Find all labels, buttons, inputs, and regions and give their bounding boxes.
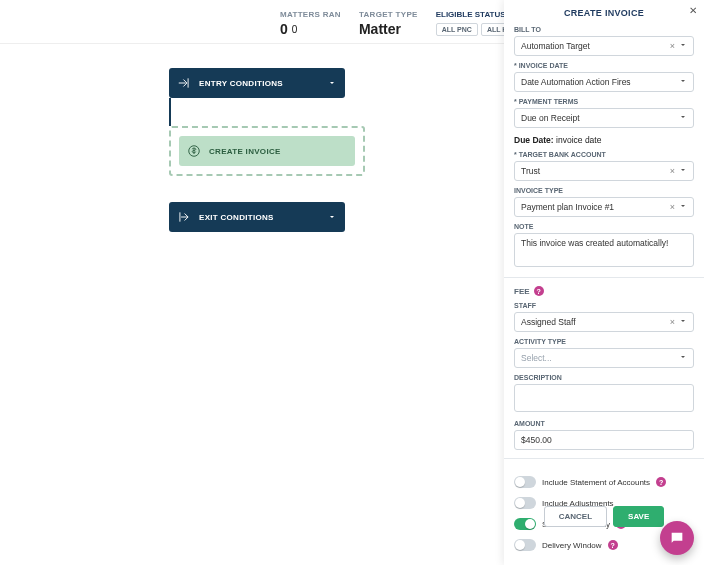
help-icon[interactable]: ? xyxy=(656,477,666,487)
exit-conditions-label: EXIT CONDITIONS xyxy=(199,213,319,222)
create-invoice-label: CREATE INVOICE xyxy=(209,147,355,156)
cancel-button[interactable]: CANCEL xyxy=(544,506,607,527)
invoice-date-select[interactable]: Date Automation Action Fires xyxy=(514,72,694,92)
gap xyxy=(169,176,365,202)
fee-label: FEE xyxy=(514,287,530,296)
chevron-down-icon xyxy=(679,166,687,176)
invoice-date-label: * INVOICE DATE xyxy=(514,62,694,69)
payment-terms-label: * PAYMENT TERMS xyxy=(514,98,694,105)
chevron-down-icon xyxy=(679,113,687,123)
clear-icon[interactable]: × xyxy=(670,202,675,212)
bill-to-label: BILL TO xyxy=(514,26,694,33)
clear-icon[interactable]: × xyxy=(670,41,675,51)
note-label: NOTE xyxy=(514,223,694,230)
entry-conditions-label: ENTRY CONDITIONS xyxy=(199,79,319,88)
amount-label: AMOUNT xyxy=(514,420,694,427)
create-invoice-node[interactable]: CREATE INVOICE xyxy=(179,136,355,166)
exit-conditions-node[interactable]: EXIT CONDITIONS xyxy=(169,202,345,232)
invoice-type-select[interactable]: Payment plan Invoice #1× xyxy=(514,197,694,217)
target-type-label: TARGET TYPE xyxy=(359,10,418,19)
status-tag: ALL PNC xyxy=(436,23,478,36)
close-icon[interactable]: ✕ xyxy=(689,5,697,16)
chevron-down-icon xyxy=(679,353,687,363)
help-icon[interactable]: ? xyxy=(608,540,618,550)
invoice-icon xyxy=(179,144,209,158)
description-textarea[interactable] xyxy=(514,384,694,412)
panel-title: CREATE INVOICE xyxy=(514,8,694,18)
entry-conditions-node[interactable]: ENTRY CONDITIONS xyxy=(169,68,345,98)
chevron-down-icon xyxy=(679,41,687,51)
target-bank-select[interactable]: Trust× xyxy=(514,161,694,181)
target-type: TARGET TYPE Matter xyxy=(359,10,418,37)
activity-type-label: ACTIVITY TYPE xyxy=(514,338,694,345)
help-fab[interactable] xyxy=(660,521,694,555)
note-textarea[interactable] xyxy=(514,233,694,267)
activity-type-select[interactable]: Select... xyxy=(514,348,694,368)
matters-ran-value: 0 xyxy=(280,21,288,37)
target-type-value: Matter xyxy=(359,21,418,37)
enter-icon xyxy=(169,76,199,90)
amount-input[interactable] xyxy=(514,430,694,450)
chevron-down-icon xyxy=(679,317,687,327)
create-invoice-node-wrap: CREATE INVOICE xyxy=(169,126,365,176)
due-date-line: Due Date: invoice date xyxy=(514,135,694,145)
toggle-statement[interactable]: Include Statement of Accounts? xyxy=(514,476,694,488)
chevron-down-icon xyxy=(679,202,687,212)
chevron-down-icon xyxy=(319,213,345,221)
connector xyxy=(169,98,171,126)
chevron-down-icon xyxy=(679,77,687,87)
exit-icon xyxy=(169,210,199,224)
clear-icon[interactable]: × xyxy=(670,166,675,176)
chat-icon xyxy=(669,530,685,546)
bill-to-select[interactable]: Automation Target× xyxy=(514,36,694,56)
staff-select[interactable]: Assigned Staff× xyxy=(514,312,694,332)
clear-icon[interactable]: × xyxy=(670,317,675,327)
staff-label: STAFF xyxy=(514,302,694,309)
chevron-down-icon xyxy=(319,79,345,87)
matters-ran-suffix: 0 xyxy=(292,24,298,35)
invoice-type-label: INVOICE TYPE xyxy=(514,187,694,194)
payment-terms-select[interactable]: Due on Receipt xyxy=(514,108,694,128)
description-label: DESCRIPTION xyxy=(514,374,694,381)
save-button[interactable]: SAVE xyxy=(613,506,664,527)
matters-ran: MATTERS RAN 00 xyxy=(280,10,341,37)
target-bank-label: * TARGET BANK ACCOUNT xyxy=(514,151,694,158)
help-icon[interactable]: ? xyxy=(534,286,544,296)
create-invoice-panel: ✕ CREATE INVOICE BILL TO Automation Targ… xyxy=(504,0,704,565)
matters-ran-label: MATTERS RAN xyxy=(280,10,341,19)
